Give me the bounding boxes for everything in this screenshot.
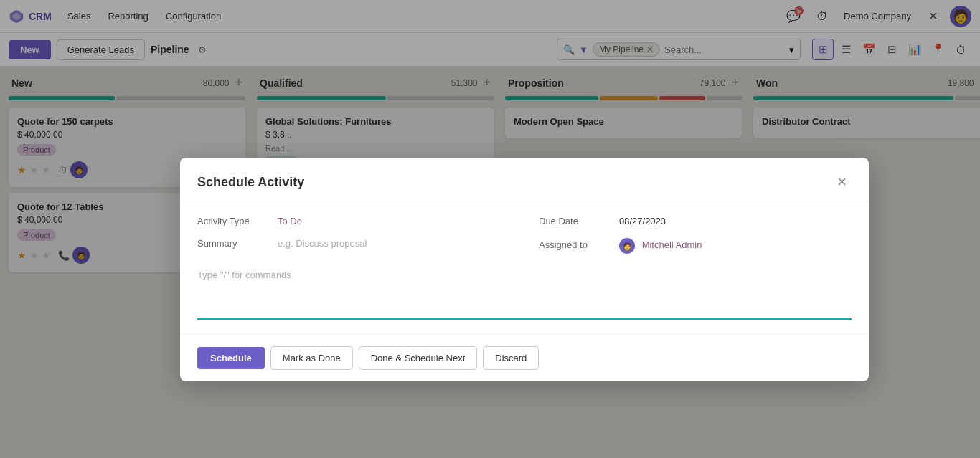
activity-type-label: Activity Type xyxy=(197,216,269,226)
due-date-label: Due Date xyxy=(539,216,611,226)
schedule-activity-modal: Schedule Activity ✕ Activity Type To Do … xyxy=(180,158,869,381)
modal-grid: Activity Type To Do Summary Due Date 08/… xyxy=(197,216,852,257)
assigned-to-label: Assigned to xyxy=(539,239,611,250)
modal-right: Due Date 08/27/2023 Assigned to 🧑 Mitche… xyxy=(539,216,852,257)
activity-type-row: Activity Type To Do xyxy=(197,216,510,226)
done-schedule-next-button[interactable]: Done & Schedule Next xyxy=(359,346,478,370)
assigned-user-avatar: 🧑 xyxy=(619,238,635,254)
modal-overlay: Schedule Activity ✕ Activity Type To Do … xyxy=(0,0,980,458)
assigned-user-name[interactable]: Mitchell Admin xyxy=(642,239,702,250)
assigned-avatar: 🧑 Mitchell Admin xyxy=(619,238,702,254)
due-date-value[interactable]: 08/27/2023 xyxy=(619,216,666,226)
notes-area[interactable]: Type "/" for commands xyxy=(197,262,852,320)
summary-input[interactable] xyxy=(278,238,510,249)
notes-placeholder: Type "/" for commands xyxy=(197,269,291,280)
schedule-button[interactable]: Schedule xyxy=(197,347,265,369)
mark-as-done-button[interactable]: Mark as Done xyxy=(270,346,353,370)
assigned-to-row: Assigned to 🧑 Mitchell Admin xyxy=(539,238,852,254)
summary-label: Summary xyxy=(197,238,269,249)
modal-close-button[interactable]: ✕ xyxy=(831,172,852,192)
activity-type-value[interactable]: To Do xyxy=(278,216,302,226)
discard-button[interactable]: Discard xyxy=(483,346,539,370)
modal-title: Schedule Activity xyxy=(197,175,831,190)
modal-body: Activity Type To Do Summary Due Date 08/… xyxy=(180,201,869,334)
modal-header: Schedule Activity ✕ xyxy=(180,158,869,201)
modal-footer: Schedule Mark as Done Done & Schedule Ne… xyxy=(180,334,869,381)
due-date-row: Due Date 08/27/2023 xyxy=(539,216,852,226)
modal-left: Activity Type To Do Summary xyxy=(197,216,510,257)
summary-row: Summary xyxy=(197,238,510,249)
